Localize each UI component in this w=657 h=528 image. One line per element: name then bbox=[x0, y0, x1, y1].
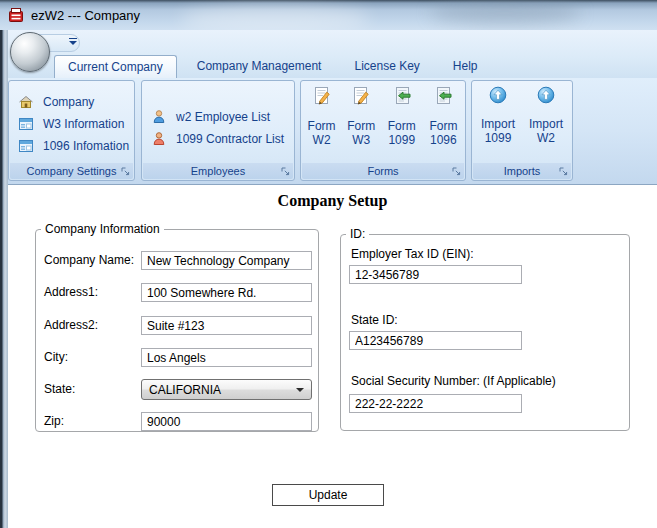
ribbon-item-label: W3 Information bbox=[43, 117, 124, 131]
import-up-icon bbox=[489, 86, 507, 104]
import-up-icon bbox=[537, 86, 555, 104]
state-select[interactable]: CALIFORNIA bbox=[141, 379, 312, 400]
city-input[interactable] bbox=[141, 348, 312, 367]
ribbon-item-label: 1099 Contractor List bbox=[176, 132, 284, 146]
ribbon-item-w3-information[interactable]: W3 Information bbox=[18, 116, 129, 132]
person-red-icon bbox=[151, 131, 167, 147]
titlebar-glass-haze bbox=[430, 2, 580, 24]
zip-label: Zip: bbox=[44, 414, 64, 428]
form-insert-icon bbox=[392, 86, 412, 106]
state-id-label: State ID: bbox=[351, 313, 398, 327]
ribbon-item-label: 1096 Infomation bbox=[43, 139, 129, 153]
ssn-input[interactable] bbox=[349, 394, 522, 413]
company-name-label: Company Name: bbox=[44, 253, 134, 267]
ribbon-button-label: Import 1099 bbox=[476, 117, 520, 146]
ribbon-button-form-w3[interactable]: Form W3 bbox=[342, 86, 380, 148]
ribbon-group-caption: Imports bbox=[473, 163, 571, 179]
ribbon-button-label: Form W2 bbox=[303, 119, 341, 148]
id-legend: ID: bbox=[346, 227, 369, 241]
chevron-down-icon bbox=[296, 388, 304, 392]
company-name-input[interactable] bbox=[141, 251, 312, 270]
address1-label: Address1: bbox=[44, 285, 98, 299]
ribbon-group-company-settings: Company W3 Information bbox=[8, 80, 135, 181]
id-groupbox: ID: Employer Tax ID (EIN): State ID: Soc… bbox=[340, 227, 630, 431]
state-id-input[interactable] bbox=[349, 331, 522, 350]
dialog-launcher-icon[interactable] bbox=[121, 167, 131, 177]
ribbon-group-employees: w2 Employee List 1099 Contractor List Em… bbox=[141, 80, 295, 181]
tab-current-company[interactable]: Current Company bbox=[54, 55, 177, 78]
form-edit-icon bbox=[312, 86, 332, 106]
form-insert-icon bbox=[433, 86, 453, 106]
ribbon-item-label: Company bbox=[43, 95, 94, 109]
ribbon-item-w2-employee-list[interactable]: w2 Employee List bbox=[151, 109, 284, 125]
ribbon-button-form-1099[interactable]: Form 1099 bbox=[382, 86, 422, 148]
state-label: State: bbox=[44, 382, 75, 396]
tab-help[interactable]: Help bbox=[440, 55, 491, 78]
company-setup-panel: Company Setup Company Information Compan… bbox=[8, 185, 657, 528]
application-window: ezW2 --- Company Current Company Company… bbox=[0, 0, 657, 528]
zip-input[interactable] bbox=[141, 412, 312, 431]
city-label: City: bbox=[44, 350, 68, 364]
form-window-icon bbox=[18, 116, 34, 132]
state-selected-value: CALIFORNIA bbox=[149, 383, 296, 397]
ribbon-group-caption: Employees bbox=[143, 163, 293, 179]
person-blue-icon bbox=[151, 109, 167, 125]
ribbon-tab-strip: Current Company Company Management Licen… bbox=[2, 55, 657, 78]
dialog-launcher-icon[interactable] bbox=[559, 167, 569, 177]
ribbon-band: Company W3 Information bbox=[2, 78, 657, 185]
address2-label: Address2: bbox=[44, 318, 98, 332]
home-icon bbox=[18, 94, 34, 110]
ribbon-group-caption: Forms bbox=[302, 163, 464, 179]
ribbon-button-form-1096[interactable]: Form 1096 bbox=[423, 86, 463, 148]
ribbon-button-label: Import W2 bbox=[524, 117, 568, 146]
company-information-groupbox: Company Information Company Name: Addres… bbox=[35, 222, 319, 432]
window-frame-left bbox=[0, 0, 8, 528]
app-icon bbox=[8, 7, 24, 23]
dialog-launcher-icon[interactable] bbox=[452, 167, 462, 177]
form-edit-icon bbox=[351, 86, 371, 106]
ribbon-group-forms: Form W2 Form W3 bbox=[300, 80, 466, 181]
title-bar: ezW2 --- Company bbox=[0, 0, 657, 30]
ribbon-item-1099-contractor-list[interactable]: 1099 Contractor List bbox=[151, 131, 284, 147]
form-window-icon bbox=[18, 138, 34, 154]
dialog-launcher-icon[interactable] bbox=[281, 167, 291, 177]
ssn-label: Social Security Number: (If Applicable) bbox=[351, 374, 556, 388]
address1-input[interactable] bbox=[141, 283, 312, 302]
application-menu-button[interactable] bbox=[10, 32, 50, 72]
ribbon-group-imports: Import 1099 Import W2 Imports bbox=[471, 80, 573, 181]
ribbon-button-label: Form 1099 bbox=[382, 119, 422, 148]
titlebar-glass-haze bbox=[180, 6, 370, 30]
company-information-legend: Company Information bbox=[41, 222, 164, 236]
ribbon-button-label: Form W3 bbox=[342, 119, 380, 148]
ribbon-chrome: Current Company Company Management Licen… bbox=[2, 30, 657, 78]
ribbon-item-1096-information[interactable]: 1096 Infomation bbox=[18, 138, 129, 154]
page-title: Company Setup bbox=[8, 192, 657, 210]
ribbon-button-label: Form 1096 bbox=[423, 119, 463, 148]
ribbon-button-form-w2[interactable]: Form W2 bbox=[303, 86, 341, 148]
ribbon-item-label: w2 Employee List bbox=[176, 110, 270, 124]
ribbon-item-company[interactable]: Company bbox=[18, 94, 129, 110]
ribbon-group-caption: Company Settings bbox=[10, 163, 133, 179]
quick-access-dropdown-icon[interactable] bbox=[68, 38, 78, 48]
tab-license-key[interactable]: License Key bbox=[341, 55, 432, 78]
ein-input[interactable] bbox=[349, 265, 522, 284]
tab-company-management[interactable]: Company Management bbox=[184, 55, 335, 78]
ribbon-button-import-w2[interactable]: Import W2 bbox=[524, 86, 568, 146]
ein-label: Employer Tax ID (EIN): bbox=[351, 247, 473, 261]
address2-input[interactable] bbox=[141, 316, 312, 335]
window-title: ezW2 --- Company bbox=[31, 8, 140, 23]
ribbon-button-import-1099[interactable]: Import 1099 bbox=[476, 86, 520, 146]
update-button[interactable]: Update bbox=[272, 484, 384, 506]
